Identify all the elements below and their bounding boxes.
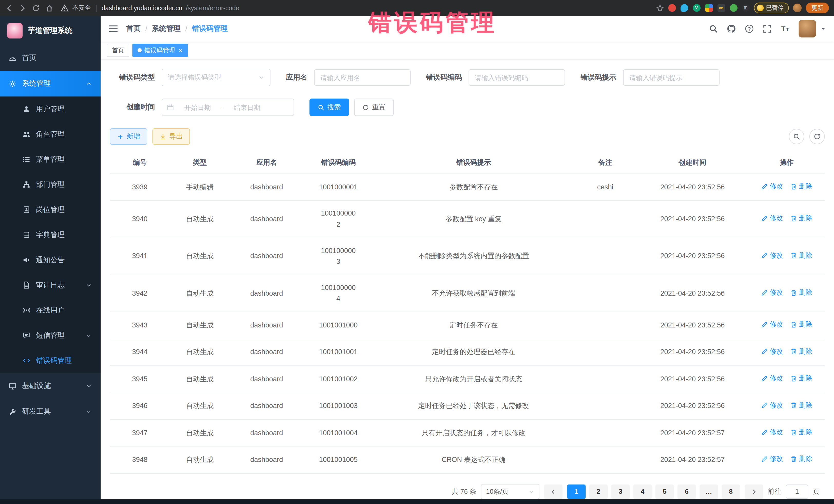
search-icon[interactable]	[709, 24, 718, 34]
sidebar-item-user[interactable]: 用户管理	[0, 96, 101, 122]
question-icon[interactable]: ?	[745, 24, 754, 34]
on-badge-extension-icon[interactable]: on	[717, 4, 725, 12]
home-icon[interactable]	[45, 4, 53, 12]
cell-msg: 不能删除类型为系统内置的参数配置	[373, 238, 574, 275]
pager-page-5[interactable]: 5	[655, 484, 674, 499]
back-icon[interactable]	[5, 4, 13, 12]
edit-link[interactable]: 修改	[761, 373, 783, 384]
next-page-button[interactable]	[745, 484, 763, 499]
bookmark-star-icon[interactable]	[656, 4, 664, 12]
pager-page-2[interactable]: 2	[589, 484, 608, 499]
sidebar-item-menu[interactable]: 菜单管理	[0, 147, 101, 172]
sidebar-item-sms[interactable]: 短信管理	[0, 323, 101, 348]
download-icon	[160, 133, 166, 140]
caret-down-icon[interactable]	[821, 26, 826, 31]
user-avatar[interactable]	[798, 20, 816, 38]
delete-link[interactable]: 删除	[790, 213, 812, 224]
export-button[interactable]: 导出	[152, 128, 190, 145]
sidebar-item-role[interactable]: 角色管理	[0, 122, 101, 147]
edit-link[interactable]: 修改	[761, 287, 783, 298]
cell-type: 自动生成	[170, 393, 230, 420]
delete-link[interactable]: 删除	[790, 427, 812, 438]
delete-link[interactable]: 删除	[790, 346, 812, 357]
address-bar[interactable]: 不安全 dashboard.yudao.iocoder.cn/system/er…	[58, 4, 652, 12]
drop-extension-icon[interactable]	[680, 4, 688, 12]
toggle-search-button[interactable]	[789, 129, 804, 144]
insecure-warning-icon	[61, 4, 69, 12]
delete-link[interactable]: 删除	[790, 287, 812, 298]
red-extension-icon[interactable]	[668, 4, 676, 12]
cell-id: 3947	[110, 420, 170, 446]
browser-profile-avatar[interactable]	[793, 4, 802, 12]
refresh-icon	[363, 104, 369, 111]
sidebar-item-system[interactable]: 系统管理	[0, 71, 101, 96]
breadcrumb-item[interactable]: 系统管理	[152, 24, 181, 34]
refresh-table-button[interactable]	[809, 129, 825, 144]
prev-page-button[interactable]	[544, 484, 563, 499]
sidebar-item-notice[interactable]: 通知公告	[0, 247, 101, 272]
delete-link[interactable]: 删除	[790, 454, 812, 465]
pager-page-3[interactable]: 3	[611, 484, 630, 499]
delete-link[interactable]: 删除	[790, 400, 812, 411]
sidebar-item-home[interactable]: 首页	[0, 45, 101, 71]
close-icon[interactable]: ×	[179, 47, 182, 53]
delete-link[interactable]: 删除	[790, 250, 812, 261]
sidebar-item-dict[interactable]: 字典管理	[0, 222, 101, 247]
sidebar-item-audit-log[interactable]: 审计日志	[0, 272, 101, 298]
edit-link[interactable]: 修改	[761, 346, 783, 357]
browser-update-button[interactable]: 更新	[806, 3, 829, 13]
pager-page-8[interactable]: 8	[722, 484, 740, 499]
pager-page-4[interactable]: 4	[633, 484, 652, 499]
delete-link[interactable]: 删除	[790, 373, 812, 384]
tag-首页[interactable]: 首页	[107, 44, 129, 57]
start-date-input[interactable]	[177, 103, 218, 112]
page-size-select[interactable]: 10条/页	[481, 484, 540, 499]
sidebar-item-online-user[interactable]: 在线用户	[0, 298, 101, 323]
edit-link[interactable]: 修改	[761, 400, 783, 411]
github-icon[interactable]	[727, 24, 736, 34]
error-code-input[interactable]	[468, 69, 565, 86]
end-date-input[interactable]	[226, 103, 268, 112]
forward-icon[interactable]	[19, 4, 27, 12]
signal-icon	[23, 306, 30, 314]
date-range-picker[interactable]: -	[162, 98, 294, 116]
app-name-input[interactable]	[314, 69, 411, 86]
add-button[interactable]: 新增	[110, 128, 147, 145]
paused-extension-pill[interactable]: 已暂停	[754, 3, 789, 13]
breadcrumb-item[interactable]: 首页	[126, 24, 140, 34]
pager-ellipsis[interactable]: …	[700, 484, 718, 499]
edit-link[interactable]: 修改	[761, 250, 783, 261]
font-size-icon[interactable]: TT	[781, 24, 790, 34]
chevron-left-icon	[550, 489, 556, 495]
tag-错误码管理[interactable]: 错误码管理×	[132, 44, 188, 57]
green-v-extension-icon[interactable]: V	[693, 4, 700, 12]
search-button[interactable]: 搜索	[309, 98, 349, 116]
edit-link[interactable]: 修改	[761, 181, 783, 192]
error-type-select[interactable]: 请选择错误码类型	[162, 69, 270, 86]
delete-link[interactable]: 删除	[790, 319, 812, 330]
edit-link[interactable]: 修改	[761, 213, 783, 224]
reset-button[interactable]: 重置	[354, 98, 394, 116]
edit-link[interactable]: 修改	[761, 319, 783, 330]
sidebar-item-post[interactable]: 岗位管理	[0, 197, 101, 222]
edit-link[interactable]: 修改	[761, 427, 783, 438]
green-extension-icon[interactable]	[729, 4, 737, 12]
error-msg-input[interactable]	[623, 69, 720, 86]
sidebar-item-infra[interactable]: 基础设施	[0, 373, 101, 399]
sidebar-item-dept[interactable]: 部门管理	[0, 172, 101, 197]
edit-link[interactable]: 修改	[761, 454, 783, 465]
cell-memo	[574, 201, 636, 238]
grid-extension-icon[interactable]	[705, 4, 712, 12]
sidebar-logo[interactable]: 芋道管理系统	[0, 16, 101, 45]
puzzle-extension-icon[interactable]: ⚿	[742, 4, 750, 12]
cell-msg: 只允许修改为开启或者关闭状态	[373, 366, 574, 393]
hamburger-icon[interactable]	[109, 25, 118, 33]
pager-page-6[interactable]: 6	[678, 484, 696, 499]
delete-link[interactable]: 删除	[790, 181, 812, 192]
goto-page-input[interactable]	[786, 484, 808, 499]
fullscreen-icon[interactable]	[763, 24, 772, 34]
sidebar-item-devtool[interactable]: 研发工具	[0, 399, 101, 424]
sidebar-item-error-code[interactable]: 错误码管理	[0, 348, 101, 373]
reload-icon[interactable]	[32, 4, 40, 12]
pager-page-1[interactable]: 1	[567, 484, 586, 499]
